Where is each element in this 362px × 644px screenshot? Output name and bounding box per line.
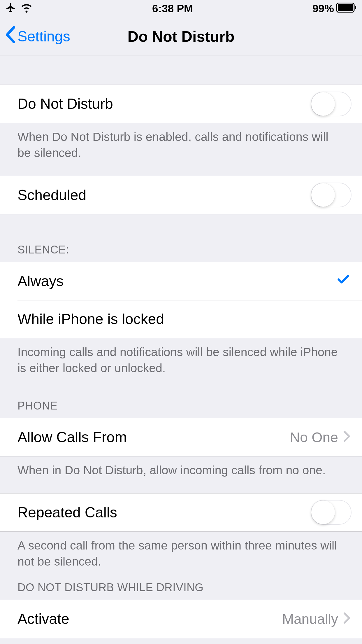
checkmark-icon	[336, 272, 350, 290]
row-label: Activate	[17, 610, 282, 627]
chevron-right-icon	[343, 429, 350, 446]
phone-header: PHONE	[0, 382, 362, 418]
status-bar: 6:38 PM 99%	[0, 0, 362, 18]
status-time: 6:38 PM	[33, 3, 312, 15]
cell-group-silence: Always While iPhone is locked	[0, 262, 362, 338]
cell-group-scheduled: Scheduled	[0, 176, 362, 214]
battery-icon	[336, 3, 357, 15]
do-not-disturb-toggle[interactable]	[311, 92, 352, 116]
repeated-calls-toggle[interactable]	[311, 500, 352, 525]
cell-group-dnd: Do Not Disturb	[0, 85, 362, 123]
cell-group-driving: Activate Manually	[0, 600, 362, 638]
row-allow-calls-from[interactable]: Allow Calls From No One	[0, 418, 362, 456]
svg-rect-2	[355, 6, 356, 9]
row-value: Manually	[282, 611, 338, 627]
section-spacer	[0, 55, 362, 85]
table-view[interactable]: Do Not Disturb When Do Not Disturb is en…	[0, 55, 362, 638]
row-label: Scheduled	[17, 187, 311, 204]
status-right: 99%	[312, 3, 357, 15]
nav-bar: Settings Do Not Disturb	[0, 18, 362, 55]
dnd-footer: When Do Not Disturb is enabled, calls an…	[0, 123, 362, 167]
repeated-footer: A second call from the same person withi…	[0, 532, 362, 576]
cell-group-repeated: Repeated Calls	[0, 493, 362, 532]
svg-rect-1	[338, 4, 353, 11]
row-do-not-disturb[interactable]: Do Not Disturb	[0, 85, 362, 123]
row-label: While iPhone is locked	[17, 311, 350, 328]
row-label: Allow Calls From	[17, 429, 290, 446]
back-button[interactable]: Settings	[0, 26, 70, 47]
row-label: Always	[17, 273, 336, 290]
scheduled-toggle[interactable]	[311, 183, 352, 207]
chevron-left-icon	[5, 26, 16, 47]
row-activate[interactable]: Activate Manually	[0, 600, 362, 638]
cell-group-allowcalls: Allow Calls From No One	[0, 418, 362, 456]
airplane-mode-icon	[5, 2, 16, 16]
row-silence-locked[interactable]: While iPhone is locked	[0, 300, 362, 338]
row-repeated-calls[interactable]: Repeated Calls	[0, 494, 362, 531]
driving-header: DO NOT DISTURB WHILE DRIVING	[0, 575, 362, 600]
silence-footer: Incoming calls and notifications will be…	[0, 338, 362, 382]
battery-percent: 99%	[312, 3, 334, 15]
chevron-right-icon	[343, 610, 350, 627]
row-silence-always[interactable]: Always	[0, 262, 362, 300]
back-label: Settings	[17, 28, 70, 45]
silence-header: SILENCE:	[0, 214, 362, 262]
row-scheduled[interactable]: Scheduled	[0, 176, 362, 214]
row-label: Repeated Calls	[17, 504, 311, 521]
row-value: No One	[290, 429, 338, 445]
allowcalls-footer: When in Do Not Disturb, allow incoming c…	[0, 456, 362, 484]
status-left	[5, 1, 33, 16]
row-label: Do Not Disturb	[17, 95, 311, 112]
wifi-icon	[20, 1, 33, 16]
